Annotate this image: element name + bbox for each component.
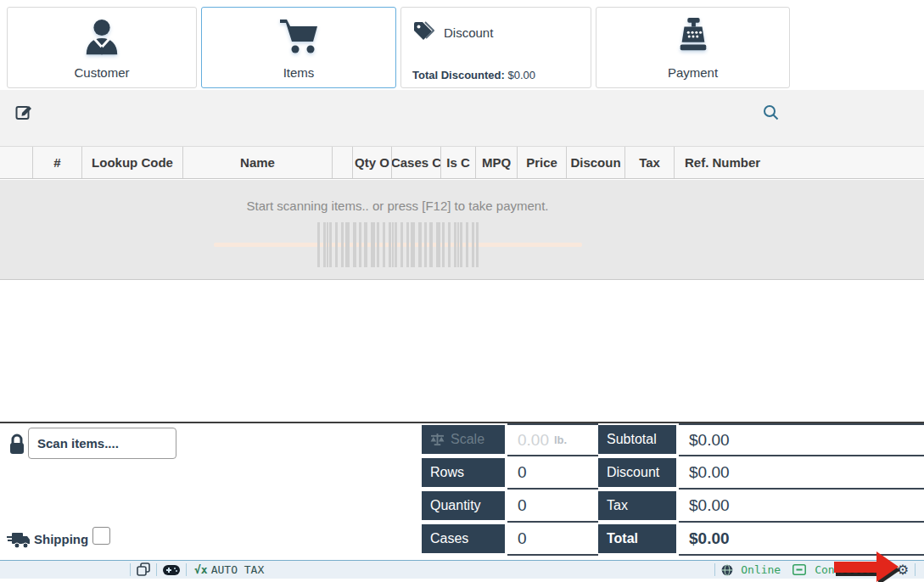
th-row-number: # <box>33 147 82 178</box>
rows-label: Rows <box>422 458 505 487</box>
total-discounted: Total Discounted: $0.00 <box>412 69 535 81</box>
th-cases: Cases C <box>392 147 441 178</box>
empty-state-band: Start scanning items.. or press [F12] to… <box>0 180 924 280</box>
globe-icon <box>721 564 733 576</box>
gear-icon[interactable]: ⚙ <box>897 563 909 577</box>
auto-tax-label: AUTO TAX <box>211 563 265 576</box>
gamepad-icon[interactable] <box>163 565 180 575</box>
totals-row-cases-total: Cases 0 Total $0.00 <box>422 523 924 556</box>
th-discount: Discoun <box>567 147 625 178</box>
empty-state-message: Start scanning items.. or press [F12] to… <box>247 199 549 213</box>
shipping-checkbox[interactable] <box>92 527 110 545</box>
th-empty-left <box>0 147 33 178</box>
tab-items-label: Items <box>202 65 395 80</box>
th-is-case: Is C <box>441 147 476 178</box>
grand-total-label: Total <box>598 524 676 553</box>
barcode-graphic <box>317 222 479 267</box>
search-icon[interactable] <box>763 104 779 124</box>
online-status-label: Online <box>741 563 781 576</box>
edit-icon[interactable] <box>15 104 32 124</box>
pos-window: Customer Items <box>0 0 924 582</box>
tax-total-value: $0.00 <box>679 490 924 523</box>
totals-row-scale-subtotal: Scale 0.00 lb. Subtotal $0.00 <box>422 423 924 456</box>
th-mpq: MPQ <box>476 147 518 178</box>
quantity-label: Quantity <box>422 491 505 520</box>
separator <box>156 563 157 576</box>
tab-payment[interactable]: Payment <box>596 7 790 88</box>
copies-icon[interactable] <box>137 562 150 577</box>
grid-toolbar <box>0 90 924 146</box>
th-tax: Tax <box>625 147 675 178</box>
items-table-header: # Lookup Code Name Qty O Cases C Is C MP… <box>0 146 924 179</box>
scan-items-input[interactable] <box>28 428 176 459</box>
tax-total-label: Tax <box>598 491 676 520</box>
rows-value: 0 <box>507 456 598 490</box>
separator <box>714 563 715 576</box>
lock-icon <box>8 434 25 458</box>
tab-items[interactable]: Items <box>201 7 396 88</box>
scale-icon <box>430 434 445 446</box>
subtotal-label: Subtotal <box>598 425 676 454</box>
shipping-label: Shipping <box>34 532 88 546</box>
tab-bar: Customer Items <box>0 0 924 90</box>
tab-customer[interactable]: Customer <box>7 7 197 88</box>
totals-row-rows-discount: Rows 0 Discount $0.00 <box>422 456 924 490</box>
separator <box>130 563 131 576</box>
cart-icon <box>277 18 320 59</box>
cases-value: 0 <box>507 523 598 556</box>
tab-discount[interactable]: Discount Total Discounted: $0.00 <box>400 7 591 88</box>
sqrt-icon: √x <box>194 563 208 576</box>
separator <box>186 563 187 576</box>
shipping-truck-icon <box>7 531 30 552</box>
status-bar: √x AUTO TAX Online Connected ⚙ <box>0 560 924 579</box>
subtotal-value: $0.00 <box>679 423 924 456</box>
discount-total-value: $0.00 <box>679 456 924 490</box>
separator <box>915 563 916 576</box>
th-price: Price <box>518 147 567 178</box>
discount-tag-icon <box>412 20 434 44</box>
grand-total-value: $0.00 <box>679 523 924 556</box>
th-empty-mid <box>333 147 353 178</box>
th-name: Name <box>183 147 333 178</box>
connected-status-label: Connected <box>815 563 874 576</box>
th-ref-number: Ref. Number <box>675 147 924 178</box>
payment-register-icon <box>675 18 711 59</box>
scale-label: Scale <box>422 425 505 454</box>
tab-discount-label: Discount <box>444 25 493 40</box>
cash-drawer-icon <box>792 564 806 575</box>
cases-label: Cases <box>422 524 505 553</box>
customer-icon <box>82 18 121 60</box>
tab-customer-label: Customer <box>8 65 196 80</box>
th-lookup-code: Lookup Code <box>82 147 183 178</box>
scale-value: 0.00 lb. <box>507 423 598 456</box>
tab-payment-label: Payment <box>596 65 789 80</box>
quantity-value: 0 <box>507 490 598 523</box>
discount-total-label: Discount <box>598 458 676 487</box>
th-qty-ordered: Qty O <box>353 147 392 178</box>
totals-row-quantity-tax: Quantity 0 Tax $0.00 <box>422 490 924 523</box>
